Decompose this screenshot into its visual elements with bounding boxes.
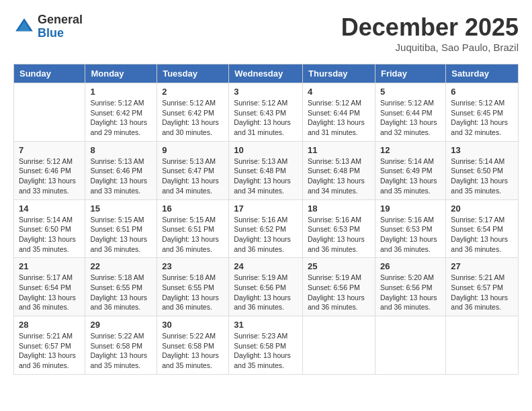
day-info: Sunrise: 5:13 AMSunset: 6:47 PMDaylight:… xyxy=(162,156,224,196)
day-info: Sunrise: 5:17 AMSunset: 6:54 PMDaylight:… xyxy=(19,273,80,312)
weekday-header: Wednesday xyxy=(229,64,303,83)
day-number: 24 xyxy=(234,261,298,271)
calendar-cell: 10Sunrise: 5:13 AMSunset: 6:48 PMDayligh… xyxy=(229,141,303,199)
day-info: Sunrise: 5:12 AMSunset: 6:44 PMDaylight:… xyxy=(380,98,441,138)
day-number: 7 xyxy=(19,145,80,155)
day-info: Sunrise: 5:12 AMSunset: 6:45 PMDaylight:… xyxy=(451,98,513,138)
day-info: Sunrise: 5:19 AMSunset: 6:56 PMDaylight:… xyxy=(234,273,298,312)
calendar-cell: 16Sunrise: 5:15 AMSunset: 6:51 PMDayligh… xyxy=(157,199,229,258)
day-number: 9 xyxy=(162,145,224,155)
calendar-cell: 31Sunrise: 5:23 AMSunset: 6:58 PMDayligh… xyxy=(229,316,303,375)
day-info: Sunrise: 5:20 AMSunset: 6:56 PMDaylight:… xyxy=(380,273,441,312)
day-info: Sunrise: 5:21 AMSunset: 6:57 PMDaylight:… xyxy=(19,331,80,371)
day-number: 4 xyxy=(308,87,370,97)
month-title: December 2025 xyxy=(341,13,519,42)
day-number: 18 xyxy=(308,203,370,214)
day-number: 31 xyxy=(234,320,298,330)
day-info: Sunrise: 5:16 AMSunset: 6:53 PMDaylight:… xyxy=(380,215,441,255)
calendar-cell: 19Sunrise: 5:16 AMSunset: 6:53 PMDayligh… xyxy=(375,199,445,258)
calendar-cell: 6Sunrise: 5:12 AMSunset: 6:45 PMDaylight… xyxy=(446,83,519,142)
logo-blue-text: Blue xyxy=(38,27,83,40)
logo-text: General Blue xyxy=(38,13,83,40)
day-info: Sunrise: 5:18 AMSunset: 6:55 PMDaylight:… xyxy=(162,273,224,312)
calendar-cell: 21Sunrise: 5:17 AMSunset: 6:54 PMDayligh… xyxy=(14,258,85,316)
calendar-cell: 2Sunrise: 5:12 AMSunset: 6:42 PMDaylight… xyxy=(157,83,229,142)
day-info: Sunrise: 5:21 AMSunset: 6:57 PMDaylight:… xyxy=(451,273,513,312)
title-block: December 2025 Juquitiba, Sao Paulo, Braz… xyxy=(341,13,519,53)
day-number: 25 xyxy=(308,261,370,271)
calendar-week-row: 1Sunrise: 5:12 AMSunset: 6:42 PMDaylight… xyxy=(14,83,519,142)
calendar-cell: 18Sunrise: 5:16 AMSunset: 6:53 PMDayligh… xyxy=(303,199,375,258)
day-number: 1 xyxy=(90,87,152,97)
calendar-cell: 7Sunrise: 5:12 AMSunset: 6:46 PMDaylight… xyxy=(14,141,85,199)
calendar-cell: 30Sunrise: 5:22 AMSunset: 6:58 PMDayligh… xyxy=(157,316,229,375)
calendar-cell: 12Sunrise: 5:14 AMSunset: 6:49 PMDayligh… xyxy=(375,141,445,199)
calendar-cell: 4Sunrise: 5:12 AMSunset: 6:44 PMDaylight… xyxy=(303,83,375,142)
calendar-cell: 28Sunrise: 5:21 AMSunset: 6:57 PMDayligh… xyxy=(14,316,85,375)
calendar-week-row: 14Sunrise: 5:14 AMSunset: 6:50 PMDayligh… xyxy=(14,199,519,258)
day-number: 26 xyxy=(380,261,441,271)
page-header: General Blue December 2025 Juquitiba, Sa… xyxy=(13,13,519,53)
calendar-week-row: 21Sunrise: 5:17 AMSunset: 6:54 PMDayligh… xyxy=(14,258,519,316)
calendar-cell: 14Sunrise: 5:14 AMSunset: 6:50 PMDayligh… xyxy=(14,199,85,258)
calendar-cell xyxy=(375,316,445,375)
calendar-cell: 9Sunrise: 5:13 AMSunset: 6:47 PMDaylight… xyxy=(157,141,229,199)
calendar-cell xyxy=(303,316,375,375)
weekday-header: Saturday xyxy=(446,64,519,83)
day-info: Sunrise: 5:14 AMSunset: 6:50 PMDaylight:… xyxy=(451,156,513,196)
weekday-header: Tuesday xyxy=(157,64,229,83)
calendar-cell: 24Sunrise: 5:19 AMSunset: 6:56 PMDayligh… xyxy=(229,258,303,316)
day-number: 8 xyxy=(90,145,152,155)
day-info: Sunrise: 5:13 AMSunset: 6:48 PMDaylight:… xyxy=(234,156,298,196)
day-number: 11 xyxy=(308,145,370,155)
day-info: Sunrise: 5:12 AMSunset: 6:42 PMDaylight:… xyxy=(90,98,152,138)
day-info: Sunrise: 5:23 AMSunset: 6:58 PMDaylight:… xyxy=(234,331,298,371)
location: Juquitiba, Sao Paulo, Brazil xyxy=(341,42,519,53)
calendar-cell: 22Sunrise: 5:18 AMSunset: 6:55 PMDayligh… xyxy=(85,258,157,316)
calendar-table: SundayMondayTuesdayWednesdayThursdayFrid… xyxy=(13,64,519,375)
day-info: Sunrise: 5:12 AMSunset: 6:46 PMDaylight:… xyxy=(19,156,80,196)
calendar-cell: 20Sunrise: 5:17 AMSunset: 6:54 PMDayligh… xyxy=(446,199,519,258)
day-info: Sunrise: 5:14 AMSunset: 6:49 PMDaylight:… xyxy=(380,156,441,196)
day-info: Sunrise: 5:22 AMSunset: 6:58 PMDaylight:… xyxy=(162,331,224,371)
day-number: 13 xyxy=(451,145,513,155)
day-number: 3 xyxy=(234,87,298,97)
calendar-cell: 23Sunrise: 5:18 AMSunset: 6:55 PMDayligh… xyxy=(157,258,229,316)
weekday-header: Thursday xyxy=(303,64,375,83)
weekday-header: Friday xyxy=(375,64,445,83)
day-number: 17 xyxy=(234,203,298,214)
day-info: Sunrise: 5:18 AMSunset: 6:55 PMDaylight:… xyxy=(90,273,152,312)
day-info: Sunrise: 5:12 AMSunset: 6:44 PMDaylight:… xyxy=(308,98,370,138)
day-info: Sunrise: 5:16 AMSunset: 6:52 PMDaylight:… xyxy=(234,215,298,255)
day-number: 28 xyxy=(19,320,80,330)
day-info: Sunrise: 5:12 AMSunset: 6:43 PMDaylight:… xyxy=(234,98,298,138)
day-number: 2 xyxy=(162,87,224,97)
day-number: 14 xyxy=(19,203,80,214)
logo-general: General xyxy=(38,13,83,27)
day-info: Sunrise: 5:13 AMSunset: 6:46 PMDaylight:… xyxy=(90,156,152,196)
day-number: 16 xyxy=(162,203,224,214)
calendar-cell: 15Sunrise: 5:15 AMSunset: 6:51 PMDayligh… xyxy=(85,199,157,258)
day-number: 20 xyxy=(451,203,513,214)
day-info: Sunrise: 5:12 AMSunset: 6:42 PMDaylight:… xyxy=(162,98,224,138)
calendar-cell: 17Sunrise: 5:16 AMSunset: 6:52 PMDayligh… xyxy=(229,199,303,258)
calendar-cell: 13Sunrise: 5:14 AMSunset: 6:50 PMDayligh… xyxy=(446,141,519,199)
weekday-header: Sunday xyxy=(14,64,85,83)
calendar-cell xyxy=(446,316,519,375)
calendar-cell: 25Sunrise: 5:19 AMSunset: 6:56 PMDayligh… xyxy=(303,258,375,316)
calendar-week-row: 28Sunrise: 5:21 AMSunset: 6:57 PMDayligh… xyxy=(14,316,519,375)
calendar-cell: 11Sunrise: 5:13 AMSunset: 6:48 PMDayligh… xyxy=(303,141,375,199)
calendar-cell: 8Sunrise: 5:13 AMSunset: 6:46 PMDaylight… xyxy=(85,141,157,199)
day-info: Sunrise: 5:13 AMSunset: 6:48 PMDaylight:… xyxy=(308,156,370,196)
day-number: 30 xyxy=(162,320,224,330)
logo-icon xyxy=(13,16,35,38)
day-number: 21 xyxy=(19,261,80,271)
day-number: 10 xyxy=(234,145,298,155)
day-number: 12 xyxy=(380,145,441,155)
day-number: 29 xyxy=(90,320,152,330)
calendar-cell: 27Sunrise: 5:21 AMSunset: 6:57 PMDayligh… xyxy=(446,258,519,316)
day-number: 19 xyxy=(380,203,441,214)
calendar-cell: 29Sunrise: 5:22 AMSunset: 6:58 PMDayligh… xyxy=(85,316,157,375)
day-info: Sunrise: 5:15 AMSunset: 6:51 PMDaylight:… xyxy=(162,215,224,255)
day-number: 27 xyxy=(451,261,513,271)
